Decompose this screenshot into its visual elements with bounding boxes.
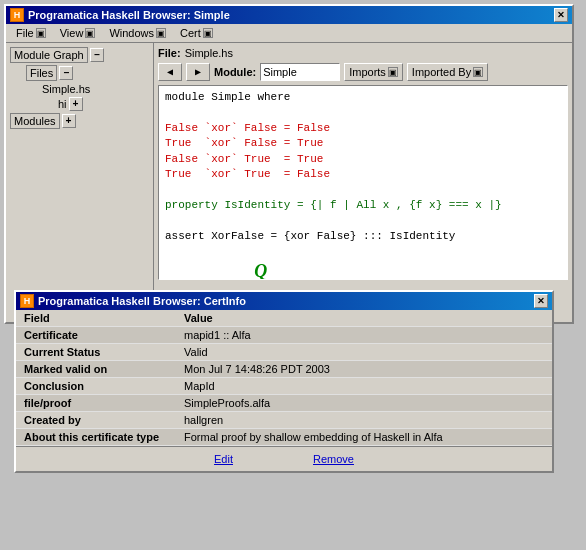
- simple-hs-node[interactable]: Simple.hs: [42, 83, 149, 95]
- menu-windows-icon: ▣: [156, 28, 166, 38]
- file-name: Simple.hs: [185, 47, 233, 59]
- code-line-4: True `xor` False = True: [165, 136, 561, 151]
- menu-view[interactable]: View ▣: [54, 26, 102, 40]
- edit-button[interactable]: Edit: [214, 453, 233, 465]
- cert-field-7: About this certificate type: [16, 429, 176, 446]
- cert-close-button[interactable]: ✕: [534, 294, 548, 308]
- cert-field-1: Certificate: [16, 327, 176, 344]
- files-node[interactable]: Files −: [26, 65, 149, 81]
- menu-cert[interactable]: Cert ▣: [174, 26, 219, 40]
- imports-button[interactable]: Imports ▣: [344, 63, 403, 81]
- cert-field-6: Created by: [16, 412, 176, 429]
- remove-button[interactable]: Remove: [313, 453, 354, 465]
- cert-q-icon: Q: [254, 261, 267, 280]
- app-icon: H: [10, 8, 24, 22]
- modules-label: Modules: [10, 113, 60, 129]
- hi-expand-btn[interactable]: +: [69, 97, 83, 111]
- menu-file[interactable]: File ▣: [10, 26, 52, 40]
- files-label: Files: [26, 65, 57, 81]
- file-label: File:: [158, 47, 181, 59]
- title-bar-left: H Programatica Haskell Browser: Simple: [10, 8, 230, 22]
- back-button[interactable]: ◀: [158, 63, 182, 81]
- cert-field-2: Current Status: [16, 344, 176, 361]
- code-line-8: property IsIdentity = {| f | All x , {f …: [165, 198, 561, 213]
- cert-content: FieldValueCertificatemapid1 :: AlfaCurre…: [16, 310, 552, 446]
- left-panel: Module Graph − Files − Simple.hs: [6, 43, 154, 315]
- files-indent: Files − Simple.hs hi +: [26, 65, 149, 111]
- modules-node[interactable]: Modules +: [10, 113, 149, 129]
- menu-bar: File ▣ View ▣ Windows ▣ Cert ▣: [6, 24, 572, 43]
- forward-button[interactable]: ▶: [186, 63, 210, 81]
- code-line-3: False `xor` False = False: [165, 121, 561, 136]
- main-content: Module Graph − Files − Simple.hs: [6, 43, 572, 315]
- cert-field-4: Conclusion: [16, 378, 176, 395]
- hi-node[interactable]: hi +: [58, 97, 149, 111]
- cert-value-7: Formal proof by shallow embedding of Has…: [176, 429, 552, 446]
- cert-value-2: Valid: [176, 344, 552, 361]
- main-title-bar: H Programatica Haskell Browser: Simple ✕: [6, 6, 572, 24]
- cert-field-0: Field: [16, 310, 176, 327]
- hi-indent: hi +: [58, 97, 149, 111]
- main-window: H Programatica Haskell Browser: Simple ✕…: [4, 4, 574, 324]
- simple-hs-indent: Simple.hs hi +: [42, 83, 149, 111]
- cert-value-3: Mon Jul 7 14:48:26 PDT 2003: [176, 361, 552, 378]
- main-window-title: Programatica Haskell Browser: Simple: [28, 9, 230, 21]
- main-close-button[interactable]: ✕: [554, 8, 568, 22]
- module-graph-label: Module Graph: [10, 47, 88, 63]
- menu-windows[interactable]: Windows ▣: [103, 26, 172, 40]
- code-line-1: module Simple where: [165, 90, 561, 105]
- module-label: Module:: [214, 66, 256, 78]
- cert-title-bar: H Programatica Haskell Browser: CertInfo…: [16, 292, 552, 310]
- module-graph-node[interactable]: Module Graph −: [10, 47, 149, 63]
- cert-app-icon: H: [20, 294, 34, 308]
- toolbar-bar: ◀ ▶ Module: Imports ▣ Imported By ▣: [158, 63, 568, 81]
- imported-by-button[interactable]: Imported By ▣: [407, 63, 488, 81]
- imports-icon: ▣: [388, 67, 398, 77]
- code-line-6: True `xor` True = False: [165, 167, 561, 182]
- module-input[interactable]: [260, 63, 340, 81]
- cert-value-6: hallgren: [176, 412, 552, 429]
- cert-value-4: MapId: [176, 378, 552, 395]
- cert-value-5: SimpleProofs.alfa: [176, 395, 552, 412]
- cert-title-bar-left: H Programatica Haskell Browser: CertInfo: [20, 294, 246, 308]
- right-panel: File: Simple.hs ◀ ▶ Module: Imports ▣ Im…: [154, 43, 572, 315]
- cert-buttons: Edit Remove: [16, 446, 552, 471]
- modules-expand-btn[interactable]: +: [62, 114, 76, 128]
- code-line-10: assert XorFalse = {xor False} ::: IsIden…: [165, 229, 561, 280]
- cert-value-1: mapid1 :: Alfa: [176, 327, 552, 344]
- code-line-5: False `xor` True = True: [165, 152, 561, 167]
- hi-label: hi: [58, 98, 67, 110]
- code-area: module Simple where False `xor` False = …: [158, 85, 568, 280]
- menu-view-icon: ▣: [85, 28, 95, 38]
- cert-window-title: Programatica Haskell Browser: CertInfo: [38, 295, 246, 307]
- files-collapse-btn[interactable]: −: [59, 66, 73, 80]
- module-graph-collapse-btn[interactable]: −: [90, 48, 104, 62]
- imported-by-icon: ▣: [473, 67, 483, 77]
- simple-hs-label: Simple.hs: [42, 83, 90, 95]
- cert-window: H Programatica Haskell Browser: CertInfo…: [14, 290, 554, 473]
- code-line-7: [165, 182, 561, 197]
- cert-value-0: Value: [176, 310, 552, 327]
- menu-file-icon: ▣: [36, 28, 46, 38]
- cert-field-3: Marked valid on: [16, 361, 176, 378]
- cert-table: FieldValueCertificatemapid1 :: AlfaCurre…: [16, 310, 552, 446]
- cert-field-5: file/proof: [16, 395, 176, 412]
- menu-cert-icon: ▣: [203, 28, 213, 38]
- file-bar: File: Simple.hs: [158, 47, 568, 59]
- code-line-2: [165, 105, 561, 120]
- code-line-9: [165, 213, 561, 228]
